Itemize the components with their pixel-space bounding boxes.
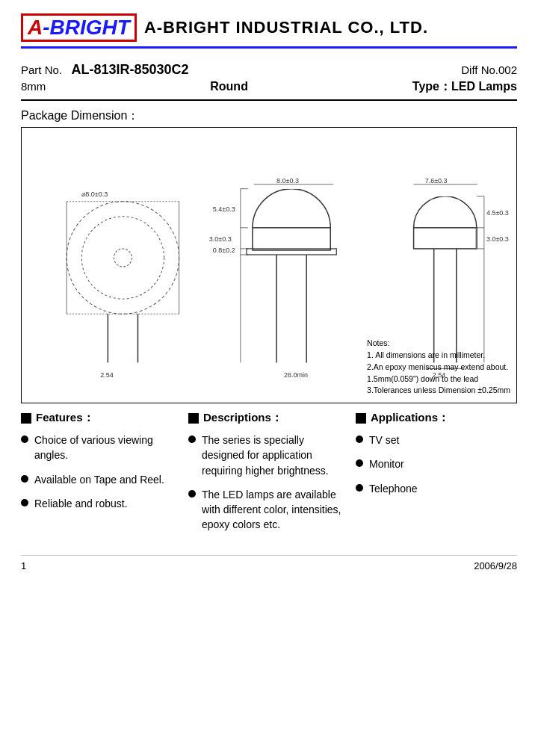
company-name: A-BRIGHT INDUSTRIAL CO., LTD.: [144, 18, 428, 37]
size-label: 8mm: [21, 80, 46, 93]
svg-text:⌀8.0±0.3: ⌀8.0±0.3: [81, 190, 108, 198]
feature-item-1: Choice of various viewing angles.: [21, 433, 176, 463]
notes-line2: 2.An epoxy meniscus may extend about.: [367, 362, 510, 374]
descriptions-bullet-icon: [188, 413, 199, 424]
notes-title: Notes:: [367, 338, 510, 350]
shape-label: Round: [210, 80, 248, 93]
description-item-1: The series is specially designed for app…: [188, 433, 344, 478]
logo: A-BRIGHT: [21, 13, 137, 42]
svg-text:8.0±0.3: 8.0±0.3: [276, 177, 299, 185]
features-col: Features： Choice of various viewing angl…: [21, 411, 182, 542]
bullet-icon: [188, 436, 196, 443]
svg-rect-12: [247, 189, 336, 228]
notes-line3: 1.5mm(0.059") down to the lead: [367, 374, 510, 385]
svg-rect-30: [414, 228, 477, 249]
svg-text:26.0min: 26.0min: [284, 371, 308, 379]
package-title: Package Dimension：: [21, 108, 517, 124]
feature-item-3: Reliable and robust.: [21, 496, 176, 511]
svg-text:0.8±0.2: 0.8±0.2: [213, 247, 235, 254]
bottom-section: Features： Choice of various viewing angl…: [21, 411, 517, 542]
feature-item-2: Available on Tape and Reel.: [21, 472, 176, 487]
bullet-icon: [356, 436, 363, 443]
footer-date: 2006/9/28: [474, 560, 517, 571]
svg-rect-14: [247, 249, 336, 255]
notes-line1: 1. All dimensions are in millimeter.: [367, 350, 510, 362]
page-header: A-BRIGHT A-BRIGHT INDUSTRIAL CO., LTD.: [21, 13, 517, 49]
descriptions-header: Descriptions：: [188, 411, 344, 425]
svg-text:4.5±0.3: 4.5±0.3: [486, 209, 509, 217]
bullet-icon: [21, 436, 28, 443]
diff-no: Diff No.002: [461, 63, 517, 76]
bullet-icon: [356, 459, 363, 467]
footer: 1 2006/9/28: [21, 555, 517, 571]
part-number: AL-813IR-85030C2: [72, 62, 189, 77]
part-no-label: Part No. AL-813IR-85030C2: [21, 62, 189, 78]
bullet-icon: [21, 499, 28, 506]
part-info: Part No. AL-813IR-85030C2 Diff No.002 8m…: [21, 56, 517, 101]
bullet-icon: [356, 484, 363, 492]
features-bullet-icon: [21, 413, 31, 424]
application-item-3: Telephone: [356, 481, 511, 496]
applications-bullet-icon: [356, 413, 366, 424]
svg-rect-29: [412, 196, 479, 228]
svg-text:3.0±0.3: 3.0±0.3: [486, 235, 509, 243]
logo-bright: -BRIGHT: [43, 16, 130, 39]
svg-text:2.54: 2.54: [100, 371, 114, 379]
svg-text:7.6±0.3: 7.6±0.3: [425, 177, 448, 185]
bullet-icon: [21, 475, 28, 483]
svg-point-0: [67, 202, 179, 314]
svg-text:3.0±0.3: 3.0±0.3: [209, 235, 232, 243]
type-label: Type：LED Lamps: [412, 79, 517, 95]
descriptions-col: Descriptions： The series is specially de…: [182, 411, 350, 542]
application-item-2: Monitor: [356, 456, 511, 471]
svg-point-2: [114, 249, 132, 267]
notes-box: Notes: 1. All dimensions are in millimet…: [367, 338, 510, 397]
package-section: Package Dimension： ⌀8.0±0.3 2.54: [21, 108, 517, 403]
logo-a: A: [28, 16, 43, 39]
svg-text:5.4±0.3: 5.4±0.3: [213, 205, 235, 213]
page-number: 1: [21, 560, 26, 571]
svg-point-1: [81, 217, 164, 299]
application-item-1: TV set: [356, 433, 511, 447]
applications-col: Applications： TV set Monitor Telephone: [350, 411, 517, 542]
package-diagram: ⌀8.0±0.3 2.54 5.4±: [21, 127, 517, 403]
bullet-icon: [188, 490, 196, 498]
features-header: Features：: [21, 411, 176, 425]
applications-header: Applications：: [356, 411, 511, 425]
svg-rect-13: [253, 228, 330, 250]
description-item-2: The LED lamps are available with differe…: [188, 487, 344, 533]
notes-line4: 3.Tolerances unless Dimension ±0.25mm: [367, 385, 510, 397]
